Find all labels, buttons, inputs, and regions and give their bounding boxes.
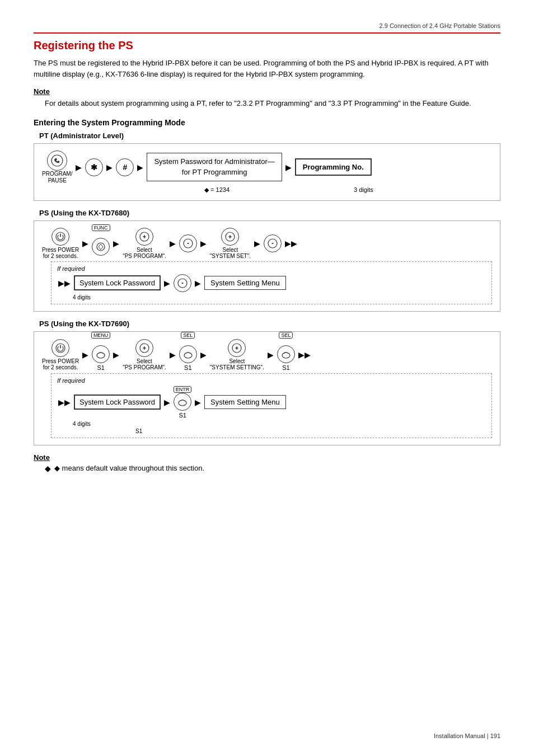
sys-password-line2: for PT Programming [154, 167, 274, 177]
double-arrow-7680: ▶▶ [285, 239, 297, 248]
power-icon-group-7690: Press POWER for 2 seconds. [42, 339, 79, 370]
nav-icon-7690b [228, 339, 246, 357]
nav-icon-7680a [135, 228, 153, 246]
select-sys-set-7680: Select "SYSTEM SET". [210, 247, 251, 259]
nav-icon-group-7680a: Select "PS PROGRAM". [123, 228, 166, 259]
sel1-icon-group: SEL S1 [179, 339, 197, 371]
note1-label: Note [34, 87, 500, 96]
hash-icon: # [116, 158, 134, 176]
ps-7680-main-row: Press POWER for 2 seconds. ▶ FUNC ▶ Sele… [42, 228, 492, 259]
dbl-arrow-7690-req: ▶▶ [58, 398, 71, 407]
footer-text: Installation Manual [434, 732, 485, 739]
footer-page: 191 [490, 732, 500, 739]
s1-label1-7690: S1 [97, 364, 104, 371]
sel2-icon-group: SEL S1 [277, 339, 295, 371]
power-icon-7690 [51, 339, 69, 357]
page-header: 2.9 Connection of 2.4 GHz Portable Stati… [34, 22, 500, 34]
func-badge: FUNC [92, 224, 110, 231]
page: 2.9 Connection of 2.4 GHz Portable Stati… [0, 0, 534, 756]
if-req-row-7690: ▶▶ System Lock Password ▶ ENTR S1 ▶ Syst… [57, 386, 486, 419]
press-power-label-7680: Press POWER for 2 seconds. [42, 247, 79, 259]
sys-password-line1: System Password for Administrator— [154, 157, 274, 167]
pt-admin-bottom-row: ◆ = 1234 3 digits [48, 186, 492, 194]
program-pause-label: PROGRAM/ PAUSE [42, 171, 72, 184]
power-icon-group-7680: Press POWER for 2 seconds. [42, 228, 79, 259]
subsection1-title: Entering the System Programming Mode [34, 118, 500, 127]
ps-7690-main-row: Press POWER for 2 seconds. ▶ MENU S1 ▶ S… [42, 339, 492, 371]
arrow-7680-lock1: ▶ [164, 279, 170, 288]
arrow-7690-4: ▶ [200, 350, 207, 359]
phone-icon-group: PROGRAM/ PAUSE [42, 151, 72, 184]
note1-text: For details about system programming usi… [45, 98, 500, 109]
if-req-row-7680: ▶▶ System Lock Password ▶ ▶ System Setti… [57, 274, 486, 292]
sys-lock-box-7680: System Lock Password [74, 275, 161, 290]
digits-label: 3 digits [354, 186, 373, 193]
header-text: 2.9 Connection of 2.4 GHz Portable Stati… [380, 22, 500, 29]
s1-label4-7690: S1 [179, 412, 186, 419]
sys-setting-box-7690: System Setting Menu [204, 395, 286, 409]
arrow-7680-3: ▶ [170, 239, 176, 248]
ps-7680-diagram: Press POWER for 2 seconds. ▶ FUNC ▶ Sele… [34, 220, 500, 312]
arrow-7690-5: ▶ [268, 350, 274, 359]
enter-icon-group-7680 [179, 234, 197, 252]
ps-7690-diagram: Press POWER for 2 seconds. ▶ MENU S1 ▶ S… [34, 331, 500, 445]
if-required-section-7680: If required ▶▶ System Lock Password ▶ ▶ … [51, 261, 492, 304]
select-ps-prog-7680: Select "PS PROGRAM". [123, 247, 166, 259]
section-title: Registering the PS [34, 39, 500, 52]
nav-icon-7690a [135, 339, 153, 357]
enter-icon-7680b [264, 234, 282, 252]
s1-label2-7690: S1 [184, 364, 191, 371]
entr-badge: ENTR [174, 386, 192, 393]
page-footer: Installation Manual | 191 [434, 732, 500, 739]
asterisk-icon-group: ✱ [85, 158, 103, 176]
sel1-scroll-icon [179, 345, 197, 363]
enter-icon-group-7680b [264, 234, 282, 252]
arrow-7690-1: ▶ [82, 350, 88, 359]
arrow4: ▶ [285, 163, 292, 172]
select-sys-setting-7690: Select "SYSTEM SETTING". [210, 358, 264, 370]
arrow3: ▶ [137, 163, 143, 172]
pt-admin-diagram: PROGRAM/ PAUSE ▶ ✱ ▶ # ▶ System Password… [34, 143, 500, 201]
svg-point-12 [97, 353, 105, 358]
arrow1: ▶ [76, 163, 82, 172]
svg-point-17 [236, 347, 238, 349]
pt-admin-label: PT (Administrator Level) [39, 132, 500, 140]
entr-icon-group: ENTR S1 [174, 393, 191, 419]
menu-scroll-icon [92, 345, 110, 363]
arrow-7690-2: ▶ [113, 350, 119, 359]
arrow-7680-5: ▶ [254, 239, 260, 248]
svg-point-8 [229, 236, 231, 237]
s1-below-7690: S1 [135, 428, 486, 434]
section-body: The PS must be registered to the Hybrid … [34, 58, 500, 79]
ps-7690-label: PS (Using the KX-TD7690) [39, 320, 500, 328]
svg-point-5 [143, 236, 145, 237]
arrow-7690-lock1: ▶ [164, 398, 170, 407]
select-ps-prog-7690: Select "PS PROGRAM". [123, 358, 166, 370]
diamond-icon: ◆ [45, 464, 51, 473]
func-scroll-icon [92, 238, 110, 256]
svg-point-19 [179, 400, 186, 406]
enter-icon-7680 [179, 234, 197, 252]
menu-badge: MENU [91, 332, 111, 339]
nav-icon-group-7690b: Select "SYSTEM SETTING". [210, 339, 264, 370]
nav-icon-group-7690a: Select "PS PROGRAM". [123, 339, 166, 370]
nav-icon-7680b [221, 228, 239, 246]
power-icon-7680 [51, 228, 69, 246]
ps-7680-label: PS (Using the KX-TD7680) [39, 209, 500, 217]
enter-icon-lock-7680 [174, 274, 191, 292]
menu-icon-group: MENU S1 [92, 339, 110, 371]
asterisk-icon: ✱ [85, 158, 103, 176]
arrow-7680-4: ▶ [200, 239, 207, 248]
note2-text: ◆ means default value throughout this se… [54, 464, 204, 472]
svg-point-18 [282, 353, 290, 358]
arrow-7690-lock2: ▶ [195, 398, 201, 407]
arrow-7680-lock2: ▶ [195, 279, 201, 288]
svg-point-0 [51, 155, 63, 166]
sel2-scroll-icon [277, 345, 295, 363]
sys-lock-box-7690: System Lock Password [74, 395, 161, 410]
prog-no-box: Programming No. [295, 158, 372, 176]
if-required-label-7690: If required [57, 377, 486, 384]
pt-admin-row: PROGRAM/ PAUSE ▶ ✱ ▶ # ▶ System Password… [42, 151, 492, 184]
phone-icon [47, 151, 67, 171]
arrow-7680-1: ▶ [82, 239, 88, 248]
